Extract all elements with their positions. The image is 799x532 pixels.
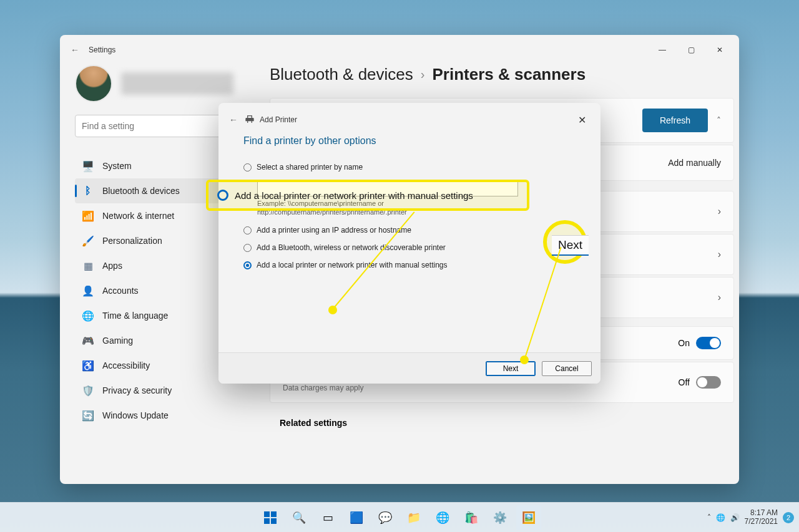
file-explorer-icon[interactable]: 📁 [401,505,426,530]
dialog-title: Add Printer [260,115,297,124]
settings-icon[interactable]: ⚙️ [488,505,512,530]
radio-label: Select a shared printer by name [257,163,363,172]
edge-icon[interactable]: 🌐 [430,505,455,530]
shared-printer-name-input[interactable] [257,180,518,196]
radio-label: Add a Bluetooth, wireless or network dis… [257,243,446,252]
taskbar: 🔍 ▭ 🟦 💬 📁 🌐 🛍️ ⚙️ 🖼️ ˄ 🌐 🔊 8:17 AM 7/27/… [0,502,799,532]
example-text: Example: \\computername\printername or h… [257,199,576,217]
annotation-zoom-next: Next [552,235,589,256]
dialog-footer: Next Cancel [218,352,600,384]
store-icon[interactable]: 🛍️ [459,505,484,530]
example-line: Example: \\computername\printername or [257,200,384,207]
clock-time: 8:17 AM [745,509,778,517]
dialog-back-icon[interactable]: ← [226,115,241,125]
dialog-body: Find a printer by other options Select a… [218,130,600,352]
radio-bluetooth-wireless[interactable]: Add a Bluetooth, wireless or network dis… [243,243,576,252]
network-icon[interactable]: 🌐 [716,513,725,522]
search-icon[interactable]: 🔍 [287,505,311,530]
svg-rect-2 [264,518,270,524]
radio-local-manual[interactable]: Add a local printer or network printer w… [243,261,576,269]
taskbar-center: 🔍 ▭ 🟦 💬 📁 🌐 🛍️ ⚙️ 🖼️ [258,505,541,530]
dialog-heading: Find a printer by other options [243,135,576,147]
next-button[interactable]: Next [486,361,536,376]
svg-rect-3 [271,518,277,524]
svg-rect-1 [271,511,277,517]
radio-icon [243,244,252,252]
photos-icon[interactable]: 🖼️ [516,505,541,530]
svg-rect-0 [264,511,270,517]
widgets-icon[interactable]: 🟦 [344,505,369,530]
chat-icon[interactable]: 💬 [373,505,398,530]
notifications-badge[interactable]: 2 [783,512,794,523]
radio-label: Add a local printer or network printer w… [257,261,447,269]
volume-icon[interactable]: 🔊 [730,513,740,522]
radio-icon [243,261,252,269]
task-view-icon[interactable]: ▭ [315,505,340,530]
cancel-button[interactable]: Cancel [542,361,592,376]
dialog-titlebar: ← Add Printer ✕ [218,103,600,130]
radio-icon [243,163,252,172]
tray-chevron-up-icon[interactable]: ˄ [707,513,711,522]
radio-shared-printer[interactable]: Select a shared printer by name [243,163,576,172]
add-printer-dialog: ← Add Printer ✕ Find a printer by other … [218,103,600,384]
system-tray: ˄ 🌐 🔊 8:17 AM 7/27/2021 2 [707,509,794,525]
radio-ip-address[interactable]: Add a printer using an IP address or hos… [243,226,576,235]
clock-date: 7/27/2021 [745,518,778,526]
example-line: http://computername/printers/printername… [257,208,407,216]
radio-label: Add a printer using an IP address or hos… [257,226,411,235]
dialog-close-button[interactable]: ✕ [571,109,593,131]
shared-printer-block: Example: \\computername\printername or h… [257,180,576,217]
radio-icon [243,226,252,235]
start-button[interactable] [258,505,283,530]
clock[interactable]: 8:17 AM 7/27/2021 [745,509,778,525]
printer-icon [245,114,256,125]
